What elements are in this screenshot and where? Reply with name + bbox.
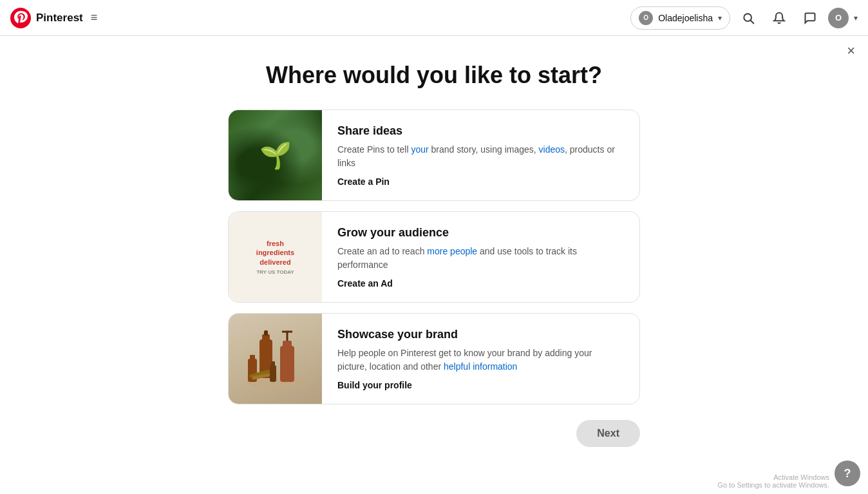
share-ideas-image [229, 110, 322, 200]
share-ideas-title: Share ideas [337, 124, 624, 138]
windows-activate-line2: Go to Settings to activate Windows. [717, 481, 829, 489]
brand-name: Pinterest [36, 12, 83, 24]
next-button[interactable]: Next [576, 420, 640, 447]
bell-icon [773, 12, 786, 24]
svg-rect-9 [280, 346, 294, 382]
share-ideas-action[interactable]: Create a Pin [337, 176, 624, 187]
nav-actions: O Oladejoelisha ▾ O ▾ [97, 5, 858, 31]
messages-button[interactable] [797, 5, 823, 31]
account-name: Oladejoelisha [658, 13, 713, 23]
svg-rect-15 [270, 365, 276, 382]
user-avatar[interactable]: O [828, 8, 849, 28]
help-button[interactable]: ? [835, 461, 860, 486]
windows-activate-line1: Activate Windows [717, 473, 829, 481]
share-ideas-link-your[interactable]: your [411, 144, 428, 155]
showcase-brand-card[interactable]: Showcase your brand Help people on Pinte… [228, 313, 640, 404]
nav-dropdown-arrow[interactable]: ▾ [854, 14, 858, 23]
grow-audience-action[interactable]: Create an Ad [337, 278, 624, 289]
bottles-image [229, 314, 322, 404]
grow-audience-link-more-people[interactable]: more people [427, 246, 477, 256]
showcase-brand-body: Showcase your brand Help people on Pinte… [322, 314, 639, 404]
svg-rect-10 [283, 341, 292, 348]
showcase-brand-action[interactable]: Build your profile [337, 380, 624, 390]
search-icon [742, 12, 755, 24]
options-list: Share ideas Create Pins to tell your bra… [228, 109, 640, 404]
search-button[interactable] [735, 5, 761, 31]
grow-audience-title: Grow your audience [337, 226, 624, 240]
top-navigation: Pinterest ≡ O Oladejoelisha ▾ O ▾ [0, 0, 868, 36]
garden-image [229, 110, 322, 200]
share-ideas-card[interactable]: Share ideas Create Pins to tell your bra… [228, 109, 640, 201]
grow-audience-description: Create an ad to reach more people and us… [337, 245, 624, 272]
chat-icon [804, 12, 816, 24]
main-content: × Where would you like to start? Share i… [0, 36, 868, 460]
svg-line-2 [751, 20, 754, 23]
food-image: fresh ingredients delivered TRY US TODAY [229, 212, 322, 302]
share-ideas-description: Create Pins to tell your brand story, us… [337, 143, 624, 170]
food-text: fresh ingredients delivered TRY US TODAY [229, 212, 322, 302]
chevron-down-icon: ▾ [718, 14, 722, 23]
svg-rect-16 [271, 361, 275, 366]
food-title-line3: delivered [259, 258, 290, 267]
svg-rect-6 [264, 330, 268, 336]
nav-brand-group: Pinterest ≡ [10, 8, 97, 28]
grow-audience-card[interactable]: fresh ingredients delivered TRY US TODAY… [228, 211, 640, 303]
footer-actions: Next [228, 420, 640, 447]
food-title-line1: fresh [267, 239, 284, 248]
svg-point-0 [10, 8, 31, 28]
menu-icon[interactable]: ≡ [91, 11, 98, 24]
notifications-button[interactable] [766, 5, 792, 31]
food-cta: TRY US TODAY [256, 269, 294, 275]
grow-audience-body: Grow your audience Create an ad to reach… [322, 212, 639, 302]
food-title-line2: ingredients [256, 248, 294, 257]
account-avatar: O [639, 11, 653, 25]
showcase-brand-title: Showcase your brand [337, 328, 624, 341]
showcase-brand-link-helpful[interactable]: helpful information [444, 361, 517, 372]
showcase-brand-description: Help people on Pinterest get to know you… [337, 347, 624, 374]
showcase-brand-image [229, 314, 322, 404]
pinterest-logo-icon[interactable] [10, 8, 31, 28]
bottles-svg [240, 320, 311, 397]
svg-rect-8 [250, 355, 255, 360]
share-ideas-body: Share ideas Create Pins to tell your bra… [322, 110, 639, 200]
account-selector[interactable]: O Oladejoelisha ▾ [630, 6, 730, 30]
grow-audience-image: fresh ingredients delivered TRY US TODAY [229, 212, 322, 302]
share-ideas-link-videos[interactable]: videos [539, 144, 565, 155]
windows-activation-notice: Activate Windows Go to Settings to activ… [717, 473, 829, 489]
close-button[interactable]: × [847, 44, 855, 58]
page-title: Where would you like to start? [266, 62, 602, 89]
